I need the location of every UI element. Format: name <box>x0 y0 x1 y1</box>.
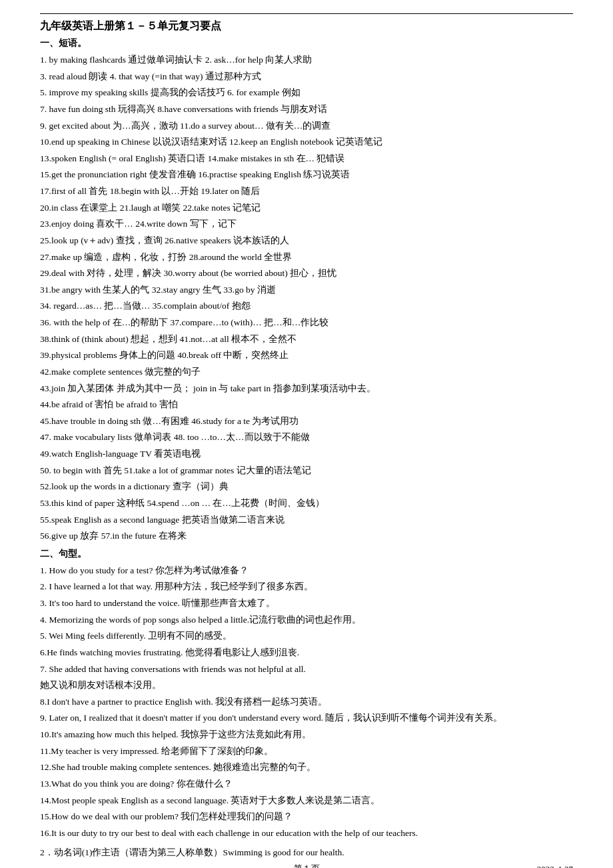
list-item: 10.It's amazing how much this helped. 我惊… <box>40 727 573 743</box>
list-item: 31.be angry with 生某人的气 32.stay angry 生气 … <box>40 282 573 298</box>
list-item: 9. Later on, I realized that it doesn't … <box>40 710 573 726</box>
list-item: 53.this kind of paper 这种纸 54.spend …on …… <box>40 495 573 511</box>
section3-header: 2．动名词(1)作主语（谓语为第三人称单数）Swimming is good f… <box>40 845 573 861</box>
list-item: 17.first of all 首先 18.begin with 以…开始 19… <box>40 183 573 199</box>
list-item: 34. regard…as… 把…当做… 35.complain about/o… <box>40 298 573 314</box>
list-item: 10.end up speaking in Chinese 以说汉语结束对话 1… <box>40 134 573 150</box>
list-item: 16.It is our duty to try our best to dea… <box>40 825 573 841</box>
list-item: 47. make vocabulary lists 做单词表 48. too …… <box>40 429 573 445</box>
list-item: 38.think of (think about) 想起，想到 41.not…a… <box>40 331 573 347</box>
list-item: 52.look up the words in a dictionary 查字（… <box>40 479 573 495</box>
list-item: 2. I have learned a lot that way. 用那种方法，… <box>40 579 573 595</box>
list-item: 12.She had trouble making complete sente… <box>40 759 573 775</box>
list-item: 49.watch English-language TV 看英语电视 <box>40 446 573 462</box>
section1-header: 一、短语。 <box>40 37 573 49</box>
list-item: 23.enjoy doing 喜欢干… 24.write down 写下，记下 <box>40 216 573 232</box>
list-item: 56.give up 放弃 57.in the future 在将来 <box>40 528 573 544</box>
list-item: 6.He finds watching movies frustrating. … <box>40 645 573 661</box>
list-item: 15.How do we deal with our problem? 我们怎样… <box>40 809 573 825</box>
list-item: 20.in class 在课堂上 21.laugh at 嘲笑 22.take … <box>40 200 573 216</box>
top-divider <box>40 13 573 14</box>
list-item: 1. by making flashcards 通过做单词抽认卡 2. ask…… <box>40 52 573 68</box>
list-item: 43.join 加入某团体 并成为其中一员； join in 与 take pa… <box>40 381 573 397</box>
list-item: 14.Most people speak English as a second… <box>40 793 573 809</box>
list-item: 36. with the help of 在…的帮助下 37.compare…t… <box>40 315 573 331</box>
list-item: 1. How do you study for a test? 你怎样为考试做准… <box>40 563 573 579</box>
phrases-list: 1. by making flashcards 通过做单词抽认卡 2. ask…… <box>40 52 573 544</box>
list-item: 29.deal with 对待，处理，解决 30.worry about (be… <box>40 265 573 281</box>
list-item: 3. read aloud 朗读 4. that way (=in that w… <box>40 69 573 85</box>
list-item: 50. to begin with 首先 51.take a lot of gr… <box>40 463 573 479</box>
list-item: 27.make up 编造，虚构，化妆，打扮 28.around the wor… <box>40 249 573 265</box>
list-item: 5. Wei Ming feels differently. 卫明有不同的感受。 <box>40 628 573 644</box>
footer-date: 2023-4-27 <box>537 864 573 868</box>
sentences-list: 1. How do you study for a test? 你怎样为考试做准… <box>40 563 573 841</box>
list-item: 她又说和朋友对话根本没用。 <box>40 677 573 693</box>
page-title: 九年级英语上册第１－５单元复习要点 <box>40 19 573 33</box>
list-item: 7. have fun doing sth 玩得高兴 8.have conver… <box>40 101 573 117</box>
list-item: 5. improve my speaking skills 提高我的会话技巧 6… <box>40 85 573 101</box>
page: 九年级英语上册第１－５单元复习要点 一、短语。 1. by making fla… <box>0 0 613 868</box>
list-item: 45.have trouble in doing sth 做…有困难 46.st… <box>40 413 573 429</box>
list-item: 55.speak English as a second language 把英… <box>40 512 573 528</box>
list-item: 8.I don't have a partner to practice Eng… <box>40 694 573 710</box>
list-item: 13.What do you think you are doing? 你在做什… <box>40 776 573 792</box>
list-item: 4. Memorizing the words of pop songs als… <box>40 612 573 628</box>
section2-header: 二、句型。 <box>40 548 573 560</box>
footer-page: 第１页 <box>294 863 320 868</box>
list-item: 3. It's too hard to understand the voice… <box>40 595 573 611</box>
list-item: 15.get the pronunciation right 使发音准确 16.… <box>40 167 573 183</box>
list-item: 42.make complete sentences 做完整的句子 <box>40 364 573 380</box>
list-item: 13.spoken English (= oral English) 英语口语 … <box>40 151 573 167</box>
list-item: 25.look up (v＋adv) 查找，查询 26.native speak… <box>40 233 573 249</box>
list-item: 39.physical problems 身体上的问题 40.break off… <box>40 347 573 363</box>
list-item: 11.My teacher is very impressed. 给老师留下了深… <box>40 743 573 759</box>
list-item: 9. get excited about 为…高兴，激动 11.do a sur… <box>40 118 573 134</box>
list-item: 7. She added that having conversations w… <box>40 661 573 677</box>
list-item: 44.be afraid of 害怕 be afraid to 害怕 <box>40 397 573 413</box>
